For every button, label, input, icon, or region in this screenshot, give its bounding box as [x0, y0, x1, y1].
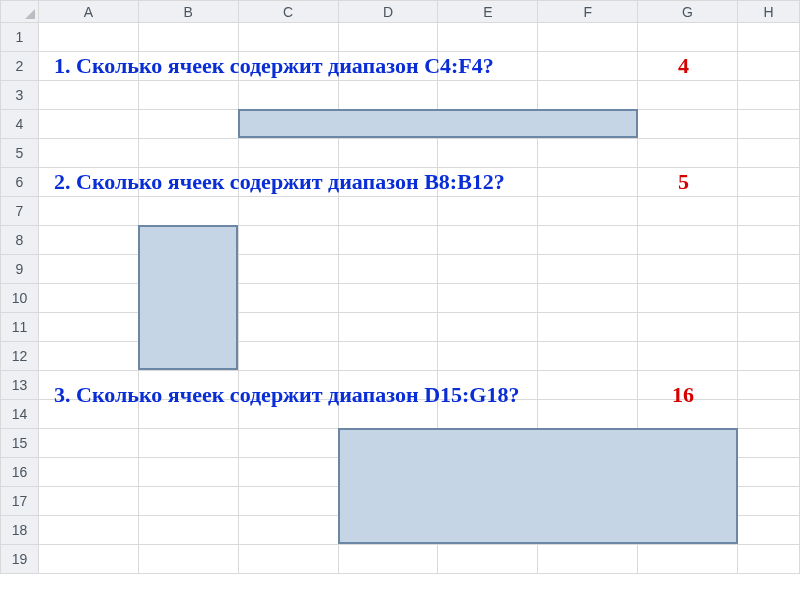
- column-header-a[interactable]: A: [38, 1, 138, 23]
- cell-h14[interactable]: [737, 400, 799, 429]
- column-header-e[interactable]: E: [438, 1, 538, 23]
- cell-e7[interactable]: [438, 197, 538, 226]
- cell-d9[interactable]: [338, 255, 438, 284]
- cell-c16[interactable]: [238, 458, 338, 487]
- row-header-15[interactable]: 15: [1, 429, 39, 458]
- cell-f17[interactable]: [538, 487, 638, 516]
- cell-a15[interactable]: [38, 429, 138, 458]
- cell-d3[interactable]: [338, 81, 438, 110]
- row-header-6[interactable]: 6: [1, 168, 39, 197]
- cell-e19[interactable]: [438, 545, 538, 574]
- cell-f6[interactable]: [538, 168, 638, 197]
- cell-b8[interactable]: [138, 226, 238, 255]
- row-header-1[interactable]: 1: [1, 23, 39, 52]
- row-header-19[interactable]: 19: [1, 545, 39, 574]
- cell-g15[interactable]: [638, 429, 738, 458]
- cell-g12[interactable]: [638, 342, 738, 371]
- row-header-16[interactable]: 16: [1, 458, 39, 487]
- cell-g5[interactable]: [638, 139, 738, 168]
- cell-a3[interactable]: [38, 81, 138, 110]
- cell-f1[interactable]: [538, 23, 638, 52]
- row-header-18[interactable]: 18: [1, 516, 39, 545]
- cell-g1[interactable]: [638, 23, 738, 52]
- cell-e16[interactable]: [438, 458, 538, 487]
- row-header-17[interactable]: 17: [1, 487, 39, 516]
- cell-a4[interactable]: [38, 110, 138, 139]
- cell-e8[interactable]: [438, 226, 538, 255]
- row-header-7[interactable]: 7: [1, 197, 39, 226]
- cell-f19[interactable]: [538, 545, 638, 574]
- cell-b4[interactable]: [138, 110, 238, 139]
- select-all-corner[interactable]: [1, 1, 39, 23]
- cell-c3[interactable]: [238, 81, 338, 110]
- cell-h19[interactable]: [737, 545, 799, 574]
- cell-b19[interactable]: [138, 545, 238, 574]
- cell-b17[interactable]: [138, 487, 238, 516]
- cell-d10[interactable]: [338, 284, 438, 313]
- cell-f2[interactable]: [538, 52, 638, 81]
- cell-c5[interactable]: [238, 139, 338, 168]
- cell-c17[interactable]: [238, 487, 338, 516]
- cell-c15[interactable]: [238, 429, 338, 458]
- cell-c9[interactable]: [238, 255, 338, 284]
- cell-b1[interactable]: [138, 23, 238, 52]
- cell-f9[interactable]: [538, 255, 638, 284]
- cell-f3[interactable]: [538, 81, 638, 110]
- cell-c4[interactable]: [238, 110, 338, 139]
- cell-f12[interactable]: [538, 342, 638, 371]
- cell-f10[interactable]: [538, 284, 638, 313]
- cell-c18[interactable]: [238, 516, 338, 545]
- cell-d8[interactable]: [338, 226, 438, 255]
- row-header-4[interactable]: 4: [1, 110, 39, 139]
- row-header-9[interactable]: 9: [1, 255, 39, 284]
- cell-g8[interactable]: [638, 226, 738, 255]
- cell-h13[interactable]: [737, 371, 799, 400]
- row-header-14[interactable]: 14: [1, 400, 39, 429]
- row-header-2[interactable]: 2: [1, 52, 39, 81]
- cell-a8[interactable]: [38, 226, 138, 255]
- cell-g11[interactable]: [638, 313, 738, 342]
- cell-b12[interactable]: [138, 342, 238, 371]
- cell-d7[interactable]: [338, 197, 438, 226]
- cell-h15[interactable]: [737, 429, 799, 458]
- cell-d15[interactable]: [338, 429, 438, 458]
- cell-e11[interactable]: [438, 313, 538, 342]
- cell-h12[interactable]: [737, 342, 799, 371]
- cell-f13[interactable]: [538, 371, 638, 400]
- cell-a9[interactable]: [38, 255, 138, 284]
- cell-f4[interactable]: [538, 110, 638, 139]
- cell-h9[interactable]: [737, 255, 799, 284]
- cell-h18[interactable]: [737, 516, 799, 545]
- column-header-g[interactable]: G: [638, 1, 738, 23]
- cell-g9[interactable]: [638, 255, 738, 284]
- column-header-c[interactable]: C: [238, 1, 338, 23]
- cell-h4[interactable]: [737, 110, 799, 139]
- cell-g16[interactable]: [638, 458, 738, 487]
- cell-e15[interactable]: [438, 429, 538, 458]
- cell-c10[interactable]: [238, 284, 338, 313]
- cell-e4[interactable]: [438, 110, 538, 139]
- cell-b15[interactable]: [138, 429, 238, 458]
- cell-c19[interactable]: [238, 545, 338, 574]
- cell-f8[interactable]: [538, 226, 638, 255]
- cell-f15[interactable]: [538, 429, 638, 458]
- cell-e1[interactable]: [438, 23, 538, 52]
- cell-h7[interactable]: [737, 197, 799, 226]
- cell-a19[interactable]: [38, 545, 138, 574]
- row-header-13[interactable]: 13: [1, 371, 39, 400]
- cell-f18[interactable]: [538, 516, 638, 545]
- cell-c1[interactable]: [238, 23, 338, 52]
- cell-b16[interactable]: [138, 458, 238, 487]
- cell-c11[interactable]: [238, 313, 338, 342]
- cell-a16[interactable]: [38, 458, 138, 487]
- cell-d17[interactable]: [338, 487, 438, 516]
- cell-b18[interactable]: [138, 516, 238, 545]
- cell-e17[interactable]: [438, 487, 538, 516]
- cell-h17[interactable]: [737, 487, 799, 516]
- cell-h8[interactable]: [737, 226, 799, 255]
- cell-g7[interactable]: [638, 197, 738, 226]
- cell-h1[interactable]: [737, 23, 799, 52]
- cell-b11[interactable]: [138, 313, 238, 342]
- cell-h11[interactable]: [737, 313, 799, 342]
- cell-e12[interactable]: [438, 342, 538, 371]
